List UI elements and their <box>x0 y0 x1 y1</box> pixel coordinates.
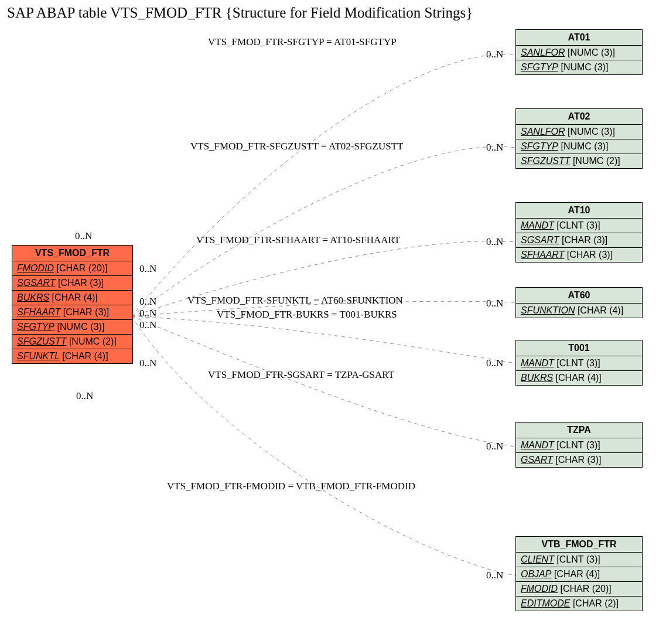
field-row: SANLFOR [NUMC (3)] <box>516 46 642 60</box>
edge-label-e2: VTS_FMOD_FTR-SFGZUSTT = AT02-SFGZUSTT <box>190 141 404 152</box>
entity-main: VTS_FMOD_FTR FMODID [CHAR (20)] SGSART [… <box>12 245 133 364</box>
field-row: EDITMODE [CHAR (2)] <box>516 597 642 611</box>
edge-label-e6: VTS_FMOD_FTR-SGSART = TZPA-GSART <box>208 369 394 381</box>
field-row: FMODID [CHAR (20)] <box>516 582 642 597</box>
cardinality: 0..N <box>139 357 156 369</box>
field-row: BUKRS [CHAR (4)] <box>12 291 132 305</box>
cardinality: 0..N <box>486 357 503 369</box>
field-row: MANDT [CLNT (3)] <box>516 438 642 453</box>
edge-label-e1: VTS_FMOD_FTR-SFGTYP = AT01-SFGTYP <box>208 36 397 48</box>
field-row: MANDT [CLNT (3)] <box>516 219 642 233</box>
field-row: SFGZUSTT [NUMC (2)] <box>12 335 132 349</box>
entity-vtb: VTB_FMOD_FTR CLIENT [CLNT (3)] OBJAP [CH… <box>515 536 643 611</box>
entity-main-header: VTS_FMOD_FTR <box>12 246 132 261</box>
cardinality: 0..N <box>486 298 503 309</box>
cardinality: 0..N <box>139 308 156 319</box>
entity-header: T001 <box>516 340 642 356</box>
entity-at02: AT02 SANLFOR [NUMC (3)] SFGTYP [NUMC (3)… <box>515 108 643 169</box>
field-row: BUKRS [CHAR (4)] <box>516 371 642 385</box>
entity-tzpa: TZPA MANDT [CLNT (3)] GSART [CHAR (3)] <box>515 422 643 468</box>
cardinality: 0..N <box>76 390 93 402</box>
field-row: SGSART [CHAR (3)] <box>12 276 132 291</box>
entity-header: AT60 <box>516 288 642 304</box>
field-row: GSART [CHAR (3)] <box>516 453 642 467</box>
field-row: MANDT [CLNT (3)] <box>516 356 642 371</box>
field-row: SFGZUSTT [NUMC (2)] <box>516 154 642 168</box>
entity-t001: T001 MANDT [CLNT (3)] BUKRS [CHAR (4)] <box>515 340 643 386</box>
field-row: SFGTYP [NUMC (3)] <box>516 139 642 154</box>
field-row: SFUNKTION [CHAR (4)] <box>516 304 642 318</box>
page-title: SAP ABAP table VTS_FMOD_FTR {Structure f… <box>7 5 473 21</box>
cardinality: 0..N <box>139 263 156 275</box>
entity-header: AT01 <box>516 30 642 46</box>
edge-label-e4: VTS_FMOD_FTR-SFUNKTL = AT60-SFUNKTION <box>187 295 403 306</box>
cardinality: 0..N <box>139 319 156 331</box>
field-row: OBJAP [CHAR (4)] <box>516 567 642 582</box>
entity-at01: AT01 SANLFOR [NUMC (3)] SFGTYP [NUMC (3)… <box>515 29 643 75</box>
entity-header: VTB_FMOD_FTR <box>516 537 642 553</box>
cardinality: 0..N <box>486 570 503 581</box>
edge-label-e5: VTS_FMOD_FTR-BUKRS = T001-BUKRS <box>217 309 397 321</box>
field-row: SFUNKTL [CHAR (4)] <box>12 349 132 363</box>
cardinality: 0..N <box>486 236 503 248</box>
entity-header: AT02 <box>516 109 642 125</box>
field-row: SFGTYP [NUMC (3)] <box>516 60 642 74</box>
edge-label-e7: VTS_FMOD_FTR-FMODID = VTB_FMOD_FTR-FMODI… <box>167 481 415 492</box>
field-row: SFHAART [CHAR (3)] <box>516 248 642 262</box>
field-row: SANLFOR [NUMC (3)] <box>516 125 642 139</box>
field-row: CLIENT [CLNT (3)] <box>516 553 642 567</box>
cardinality: 0..N <box>486 441 503 452</box>
cardinality: 0..N <box>486 142 503 154</box>
edge-label-e3: VTS_FMOD_FTR-SFHAART = AT10-SFHAART <box>196 234 400 246</box>
field-row: SFGTYP [NUMC (3)] <box>12 320 132 335</box>
field-row: SFHAART [CHAR (3)] <box>12 305 132 320</box>
cardinality: 0..N <box>139 296 156 308</box>
entity-at60: AT60 SFUNKTION [CHAR (4)] <box>515 287 643 318</box>
entity-at10: AT10 MANDT [CLNT (3)] SGSART [CHAR (3)] … <box>515 202 643 263</box>
cardinality: 0..N <box>75 230 92 242</box>
entity-header: AT10 <box>516 203 642 219</box>
entity-header: TZPA <box>516 422 642 438</box>
cardinality: 0..N <box>486 49 503 60</box>
field-row: FMODID [CHAR (20)] <box>12 261 132 276</box>
field-row: SGSART [CHAR (3)] <box>516 233 642 248</box>
